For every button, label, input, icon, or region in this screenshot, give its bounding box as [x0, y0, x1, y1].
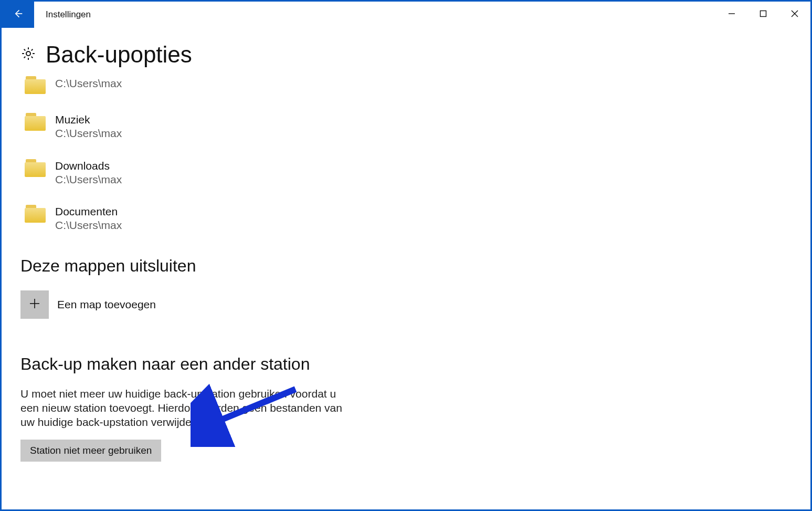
folder-name: Documenten	[55, 205, 122, 218]
folder-icon	[25, 76, 47, 95]
folder-icon	[25, 205, 47, 224]
page-header: Back-upopties	[20, 41, 792, 68]
other-drive-description: U moet niet meer uw huidige back-upstati…	[20, 387, 351, 430]
page-title: Back-upopties	[46, 41, 192, 68]
plus-icon	[28, 297, 41, 312]
settings-window: Instellingen	[0, 0, 812, 511]
backup-folder-list: C:\Users\max Muziek C:\Users\max Downloa…	[20, 72, 792, 247]
other-drive-heading: Back-up maken naar een ander station	[20, 354, 792, 374]
gear-icon	[20, 46, 36, 64]
back-button[interactable]	[2, 2, 34, 28]
folder-item[interactable]: Documenten C:\Users\max	[20, 201, 792, 247]
folder-path: C:\Users\max	[55, 76, 122, 91]
add-folder-button[interactable]: Een map toevoegen	[20, 290, 792, 319]
minimize-icon	[728, 10, 735, 19]
folder-item[interactable]: C:\Users\max	[20, 72, 792, 109]
svg-rect-1	[761, 11, 766, 17]
folder-path: C:\Users\max	[55, 172, 122, 187]
stop-using-drive-button[interactable]: Station niet meer gebruiken	[20, 440, 161, 462]
folder-text: C:\Users\max	[55, 76, 122, 91]
maximize-icon	[760, 10, 767, 19]
folder-name: Muziek	[55, 113, 122, 126]
exclude-heading: Deze mappen uitsluiten	[20, 256, 792, 276]
folder-text: Downloads C:\Users\max	[55, 159, 122, 187]
folder-name: Downloads	[55, 159, 122, 172]
window-title: Instellingen	[46, 9, 91, 20]
folder-item[interactable]: Downloads C:\Users\max	[20, 155, 792, 201]
folder-item[interactable]: Muziek C:\Users\max	[20, 109, 792, 155]
svg-point-4	[26, 51, 30, 56]
content-area: Back-upopties C:\Users\max Muziek C:\Use	[2, 28, 810, 462]
folder-icon	[25, 159, 47, 178]
folder-text: Documenten C:\Users\max	[55, 205, 122, 233]
add-tile	[20, 290, 49, 319]
maximize-button[interactable]	[747, 2, 779, 28]
add-folder-label: Een map toevoegen	[57, 298, 156, 311]
back-arrow-icon	[13, 8, 23, 21]
minimize-button[interactable]	[716, 2, 747, 28]
close-button[interactable]	[779, 2, 810, 28]
folder-icon	[25, 113, 47, 132]
window-controls	[716, 2, 810, 28]
folder-path: C:\Users\max	[55, 126, 122, 141]
folder-text: Muziek C:\Users\max	[55, 113, 122, 141]
close-icon	[791, 10, 798, 19]
folder-path: C:\Users\max	[55, 218, 122, 233]
titlebar: Instellingen	[2, 2, 810, 28]
